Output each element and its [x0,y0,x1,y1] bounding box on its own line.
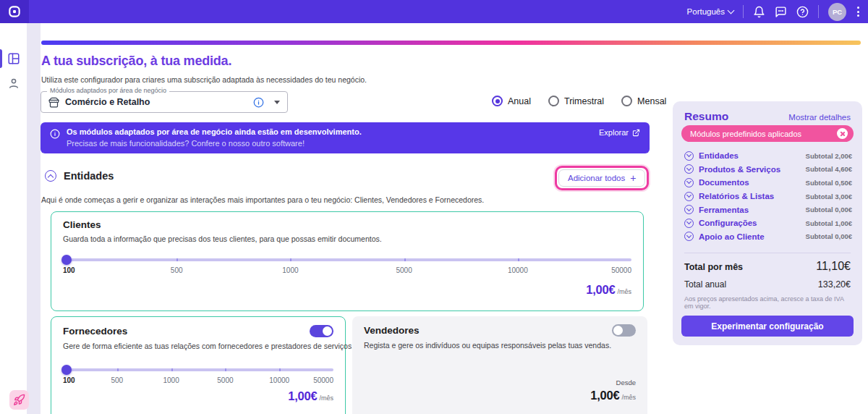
clientes-slider: 100 500 1000 5000 10000 50000 [63,258,631,275]
close-icon[interactable] [837,128,848,139]
item-label: Entidades [699,151,739,160]
chevron-down-circle-icon [684,164,694,174]
card-description: Gere de forma eficiente as tuas relações… [63,342,354,350]
external-link-icon [632,129,640,137]
content-gutter [27,23,41,414]
chevron-down-icon [728,7,735,14]
sidebar-item-account[interactable] [0,71,27,96]
page-title: A tua subscrição, à tua medida. [41,54,231,69]
price-unit: /mês [621,394,636,401]
slider-thumb[interactable] [61,365,72,375]
chevron-down-icon [274,101,280,104]
language-selector[interactable]: Português [687,7,733,16]
radio-trimestral[interactable]: Trimestral [548,96,604,106]
item-label: Ferramentas [699,206,749,214]
plus-icon: + [630,173,636,183]
slider-tick [117,368,119,371]
total-month-label: Total por mês [684,262,743,272]
tick-label: 500 [111,376,123,384]
chat-icon [775,6,787,18]
info-icon[interactable] [253,97,264,108]
summary-item-apoio-cliente[interactable]: Apoio ao Cliente Subtotal 0,00€ [684,230,852,244]
radio-mensal[interactable]: Mensal [621,96,666,106]
radio-label: Trimestral [564,96,604,106]
slider-track[interactable] [63,368,333,371]
slider-tick-labels: 100 500 1000 5000 10000 50000 [63,376,333,385]
app-logo[interactable] [0,0,29,23]
tick-label: 5000 [396,266,412,274]
more-menu-button[interactable] [856,5,861,18]
radio-anual[interactable]: Anual [492,96,531,106]
language-label: Português [687,7,725,16]
item-subtotal: Subtotal 0,00€ [806,232,852,240]
add-all-button[interactable]: Adicionar todos + [558,169,645,187]
price-unit: /mês [319,394,333,402]
toggle-knob [323,326,332,336]
banner-subtitle: Precisas de mais funcionalidades? Confer… [67,139,305,148]
item-label: Relatórios & Listas [699,192,774,200]
price-unit: /mês [617,288,631,295]
section-title: Entidades [64,170,114,182]
toggle-knob [613,326,623,335]
item-label: Apoio ao Cliente [699,232,765,241]
price-prefix: Desde [616,379,636,386]
collapse-section-button[interactable] [45,170,56,182]
summary-item-produtos-servicos[interactable]: Produtos & Serviços Subtotal 4,60€ [684,163,852,177]
select-value: Comércio e Retalho [65,97,247,107]
slider-tick [176,258,178,261]
vendedores-toggle[interactable] [612,324,636,337]
notifications-button[interactable] [753,6,765,18]
price: 1,00€ /mês [288,389,333,403]
total-year-value: 133,20€ [818,279,851,290]
brand-gradient-bar [41,41,861,45]
summary-panel: Resumo Mostrar detalhes Módulos predefin… [673,101,862,345]
feedback-button[interactable] [775,6,787,18]
summary-title: Resumo [684,110,728,123]
select-label: Módulos adaptados por área de negócio [47,87,169,94]
item-subtotal: Subtotal 4,60€ [806,165,852,173]
avatar[interactable]: PC [828,3,846,21]
info-circle-icon [50,129,60,139]
fornecedores-toggle[interactable] [310,325,333,337]
radio-dot [621,96,632,106]
try-configuration-button[interactable]: Experimentar configuração [681,316,854,337]
tick-label: 1000 [282,266,298,274]
vendedores-card: Vendedores Regista e gere os indivíduos … [352,316,647,414]
item-label: Configurações [699,219,757,227]
slider-thumb[interactable] [61,255,72,265]
summary-item-documentos[interactable]: Documentos Subtotal 0,50€ [684,176,852,190]
item-subtotal: Subtotal 0,00€ [806,206,852,214]
fornecedores-slider: 100 500 1000 5000 10000 50000 [63,368,333,385]
card-title: Clientes [63,219,101,230]
slider-tick [404,258,406,261]
item-subtotal: Subtotal 2,00€ [806,152,852,160]
explore-link[interactable]: Explorar [599,128,640,137]
business-area-select[interactable]: Módulos adaptados por área de negócio Co… [41,91,288,113]
slider-tick-labels: 100 500 1000 5000 10000 50000 [63,266,631,275]
chevron-down-circle-icon [684,178,694,187]
preset-modules-badge: Módulos predefinidos aplicados [681,125,854,142]
sidebar-item-configurator[interactable] [0,46,27,71]
summary-item-entidades[interactable]: Entidades Subtotal 2,00€ [684,149,852,163]
chevron-down-circle-icon [684,205,694,214]
tick-label: 50000 [611,266,631,274]
summary-item-ferramentas[interactable]: Ferramentas Subtotal 0,00€ [684,203,852,216]
chevron-down-circle-icon [684,151,694,161]
info-banner: Os módulos adaptados por área de negócio… [41,122,650,153]
show-details-link[interactable]: Mostrar detalhes [788,113,851,122]
launcher-button[interactable] [9,390,29,410]
topbar-actions: Português PC [687,3,868,21]
item-subtotal: Subtotal 0,50€ [806,179,852,187]
divider [818,5,819,18]
slider-track[interactable] [63,258,631,261]
help-button[interactable] [796,6,809,18]
summary-item-relatorios-listas[interactable]: Relatórios & Listas Subtotal 3,00€ [684,190,852,203]
sidebar [0,23,27,414]
onboarding-highlight-ring: Adicionar todos + [555,166,649,190]
total-year-label: Total anual [684,279,726,290]
tick-label: 100 [63,376,75,384]
price-value: 1,00€ [590,389,619,402]
logo-icon [7,4,22,19]
summary-items: Entidades Subtotal 2,00€ Produtos & Serv… [684,149,852,243]
summary-item-configuracoes[interactable]: Configurações Subtotal 1,00€ [684,216,852,230]
